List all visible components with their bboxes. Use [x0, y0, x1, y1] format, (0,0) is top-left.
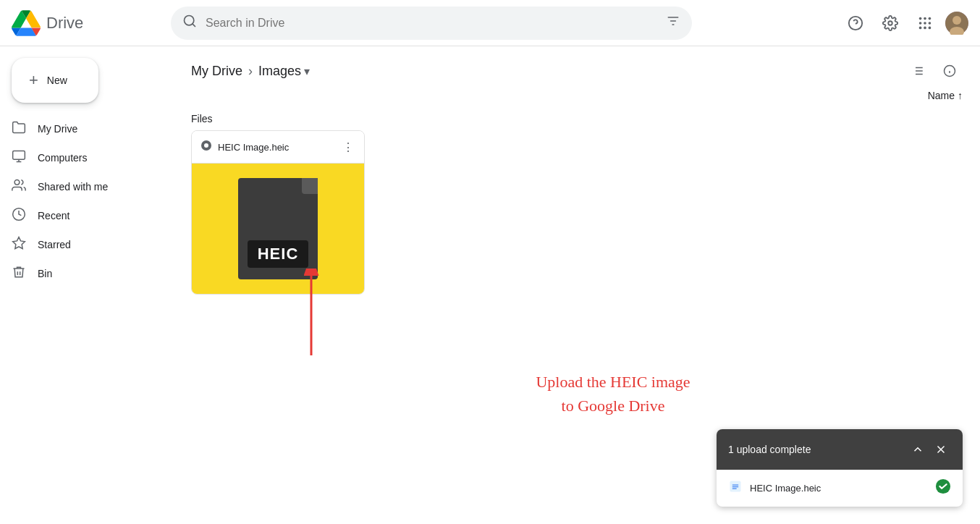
breadcrumb-current-label: Images: [258, 64, 301, 79]
breadcrumb-dropdown-icon: ▾: [304, 64, 310, 78]
svg-point-18: [952, 16, 961, 25]
upload-notif-file: HEIC Image.heic: [728, 479, 821, 497]
breadcrumb: My Drive › Images ▾: [191, 64, 310, 79]
shared-icon: [12, 178, 26, 196]
upload-notif-item: HEIC Image.heic: [717, 470, 963, 507]
upload-minimize-button[interactable]: [908, 439, 928, 460]
sort-controls: Name ↑: [174, 90, 980, 107]
svg-point-14: [919, 26, 922, 29]
upload-file-icon: [728, 479, 743, 497]
svg-line-1: [193, 24, 195, 27]
file-card-header: HEIC Image.heic ⋮: [192, 131, 364, 164]
svg-point-13: [929, 22, 932, 25]
svg-point-7: [888, 21, 892, 25]
heic-label: HEIC: [248, 240, 309, 268]
sidebar-item-starred[interactable]: Starred: [0, 230, 162, 259]
logo-area: Drive: [12, 9, 171, 38]
sort-arrow-icon: ↑: [958, 90, 963, 101]
topbar-right: [841, 9, 968, 38]
svg-rect-41: [732, 485, 738, 486]
heic-file-shape: HEIC: [238, 178, 318, 279]
annotation-arrow: [290, 269, 333, 355]
breadcrumb-root[interactable]: My Drive: [191, 64, 242, 79]
file-card-header-left: HEIC Image.heic: [200, 140, 289, 154]
app-name: Drive: [46, 14, 83, 33]
info-button[interactable]: [937, 58, 963, 84]
upload-close-button[interactable]: [931, 439, 951, 460]
svg-point-10: [929, 17, 932, 20]
svg-rect-42: [732, 486, 738, 487]
upload-notif-title: 1 upload complete: [728, 444, 811, 455]
recent-icon: [12, 207, 26, 225]
svg-point-15: [924, 26, 926, 29]
svg-rect-43: [732, 489, 737, 489]
annotation-text: Upload the HEIC image to Google Drive: [235, 326, 963, 418]
plus-icon: +: [29, 71, 38, 90]
sidebar-item-label: Computers: [38, 152, 87, 164]
annotation-line1: Upload the HEIC image: [263, 370, 963, 394]
avatar[interactable]: [945, 12, 968, 35]
svg-point-16: [929, 26, 932, 29]
sidebar-item-shared[interactable]: Shared with me: [0, 172, 162, 201]
sidebar-item-bin[interactable]: Bin: [0, 259, 162, 288]
upload-status-icon: [935, 478, 951, 498]
breadcrumb-separator: ›: [248, 64, 253, 79]
svg-point-9: [924, 17, 926, 20]
search-bar[interactable]: [171, 7, 692, 40]
sidebar-item-computers[interactable]: Computers: [0, 143, 162, 172]
drive-logo-icon: [12, 9, 41, 38]
new-button-label: New: [47, 75, 67, 86]
svg-marker-24: [13, 237, 25, 248]
search-icon: [182, 14, 197, 32]
settings-button[interactable]: [876, 9, 905, 38]
file-type-icon: [200, 140, 212, 154]
sidebar-item-my-drive[interactable]: My Drive: [0, 114, 162, 143]
file-name: HEIC Image.heic: [218, 142, 289, 153]
upload-notif-header: 1 upload complete: [717, 429, 963, 470]
starred-icon: [12, 236, 26, 254]
svg-point-8: [919, 17, 922, 20]
svg-point-11: [919, 22, 922, 25]
computers-icon: [12, 149, 26, 167]
breadcrumb-actions: [905, 58, 963, 84]
help-button[interactable]: [841, 9, 870, 38]
filter-icon[interactable]: [666, 14, 680, 32]
svg-point-35: [204, 143, 208, 148]
sort-label[interactable]: Name: [928, 90, 955, 101]
new-button[interactable]: + New: [12, 58, 98, 103]
topbar: Drive: [0, 0, 980, 46]
sidebar-item-label: Recent: [38, 210, 69, 221]
file-card[interactable]: HEIC Image.heic ⋮ HEIC: [191, 130, 365, 295]
upload-notification: 1 upload complete: [717, 429, 963, 507]
sidebar-item-label: Bin: [38, 268, 52, 279]
svg-point-12: [924, 22, 926, 25]
sidebar: + New My Drive Computers: [0, 46, 174, 524]
sidebar-item-recent[interactable]: Recent: [0, 201, 162, 230]
sidebar-item-label: Starred: [38, 239, 71, 250]
upload-file-name: HEIC Image.heic: [750, 483, 821, 494]
my-drive-icon: [12, 120, 26, 138]
svg-rect-20: [13, 151, 25, 159]
upload-notif-actions: [908, 439, 951, 460]
file-thumbnail: HEIC: [192, 164, 364, 294]
breadcrumb-current[interactable]: Images ▾: [258, 64, 310, 79]
annotation-line2: to Google Drive: [263, 394, 963, 418]
list-view-button[interactable]: [905, 58, 931, 84]
apps-button[interactable]: [911, 9, 939, 38]
search-input[interactable]: [206, 17, 651, 30]
sidebar-item-label: My Drive: [38, 123, 77, 135]
bin-icon: [12, 265, 26, 283]
breadcrumb-bar: My Drive › Images ▾: [174, 46, 980, 90]
files-section-label: Files: [174, 107, 980, 130]
sidebar-item-label: Shared with me: [38, 181, 108, 193]
file-more-button[interactable]: ⋮: [338, 137, 358, 157]
svg-point-22: [14, 179, 20, 185]
